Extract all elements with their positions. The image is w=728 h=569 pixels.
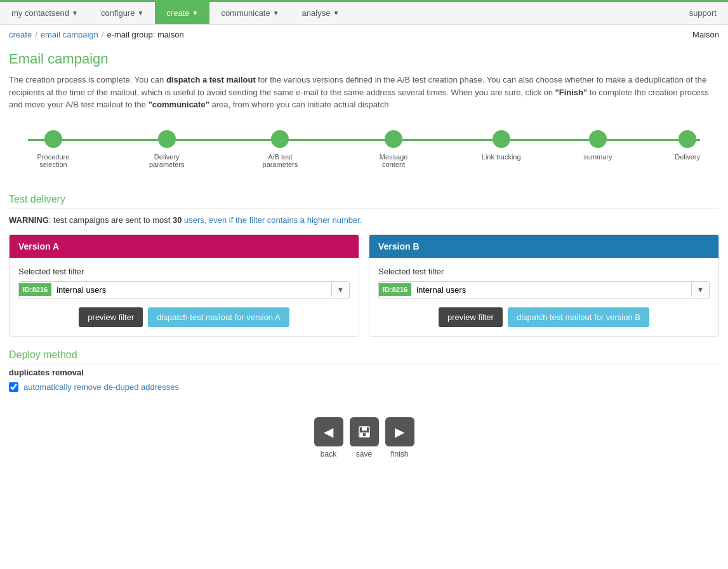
step-dot <box>678 130 696 148</box>
step-label: Delivery parameters <box>142 153 192 168</box>
breadcrumb-user: Maison <box>692 30 719 39</box>
save-button[interactable] <box>350 417 379 446</box>
step-dot <box>271 130 289 148</box>
finish-btn-group[interactable]: ▶ finish <box>385 417 414 459</box>
save-btn-group[interactable]: save <box>350 417 379 459</box>
version-b-dropdown-arrow[interactable]: ▼ <box>691 283 709 297</box>
version-b-filter-select-wrap[interactable]: ID:8216 internal users ▼ <box>378 281 710 298</box>
step-message: Message content <box>368 130 419 168</box>
version-b-header: Version B <box>369 235 718 258</box>
back-button[interactable]: ◀ <box>314 417 343 446</box>
breadcrumb-email-campaign[interactable]: email campaign <box>41 30 98 39</box>
step-delivery-params: Delivery parameters <box>142 130 192 168</box>
warning-text: WARNING: test campaigns are sent to most… <box>9 215 719 225</box>
version-a-filter-label: Selected test filter <box>18 267 350 276</box>
bottom-toolbar: ◀ back save ▶ finish <box>9 417 719 471</box>
version-b-dispatch-button[interactable]: dispatch test mailout for version B <box>508 307 649 327</box>
chevron-down-icon: ▼ <box>273 10 279 17</box>
svg-rect-1 <box>362 427 367 431</box>
step-label: A/B test parameters <box>255 153 305 168</box>
deploy-method-title: Deploy method <box>9 349 719 365</box>
step-label: Link tracking <box>482 153 521 161</box>
nav-item-configure[interactable]: configure ▼ <box>89 2 155 24</box>
step-label: Message content <box>368 153 419 168</box>
step-procedure: Procedure selection <box>28 130 79 168</box>
version-a-actions: preview filter dispatch test mailout for… <box>18 307 350 327</box>
breadcrumb-create[interactable]: create <box>9 30 32 39</box>
step-summary: summary <box>583 130 612 168</box>
duplicates-label: duplicates removal <box>9 368 719 377</box>
step-label: Delivery <box>675 153 700 161</box>
save-label: save <box>356 450 372 459</box>
versions-row: Version A Selected test filter ID:8216 i… <box>9 234 719 337</box>
nav-item-analyse[interactable]: analyse ▼ <box>291 2 351 24</box>
dedup-checkbox[interactable] <box>9 382 18 392</box>
step-ab-params: A/B test parameters <box>255 130 305 168</box>
deploy-section: Deploy method duplicates removal automat… <box>9 349 719 392</box>
version-a-dropdown-arrow[interactable]: ▼ <box>331 283 349 297</box>
breadcrumb: create / email campaign / e-mail group: … <box>0 25 728 44</box>
step-dot <box>589 130 607 148</box>
finish-button[interactable]: ▶ <box>385 417 414 446</box>
nav-item-mycontactsend[interactable]: my contactsend ▼ <box>0 2 89 24</box>
stepper-steps: Procedure selection Delivery parameters … <box>28 130 700 168</box>
nav-item-communicate[interactable]: communicate ▼ <box>209 2 290 24</box>
step-dot <box>158 130 176 148</box>
finish-label: finish <box>390 450 408 459</box>
version-a-filter-id-badge: ID:8216 <box>19 283 51 296</box>
checkbox-row[interactable]: automatically remove de-duped addresses <box>9 382 719 392</box>
dedup-label: automatically remove de-duped addresses <box>23 382 179 392</box>
version-b-filter-select[interactable]: internal users <box>411 282 691 298</box>
page-title: Email campaign <box>9 51 719 67</box>
chevron-down-icon: ▼ <box>192 10 198 17</box>
version-a-box: Version A Selected test filter ID:8216 i… <box>9 234 359 337</box>
step-dot <box>493 130 510 148</box>
version-b-body: Selected test filter ID:8216 internal us… <box>369 258 718 336</box>
back-label: back <box>321 450 336 459</box>
step-link-tracking: Link tracking <box>482 130 521 168</box>
main-content: Email campaign The creation process is c… <box>0 44 728 484</box>
version-a-header: Version A <box>10 235 359 258</box>
step-dot <box>44 130 62 148</box>
version-b-preview-button[interactable]: preview filter <box>439 307 503 327</box>
version-a-filter-select-wrap[interactable]: ID:8216 internal users ▼ <box>18 281 350 298</box>
svg-rect-3 <box>363 433 366 436</box>
version-a-dispatch-button[interactable]: dispatch test mailout for version A <box>148 307 289 327</box>
breadcrumb-sep-2: / <box>102 30 104 39</box>
version-a-preview-button[interactable]: preview filter <box>79 307 143 327</box>
step-label: summary <box>583 153 612 161</box>
version-b-filter-id-badge: ID:8216 <box>379 283 411 296</box>
step-delivery: Delivery <box>675 130 700 168</box>
test-delivery-title: Test delivery <box>9 194 719 209</box>
nav-item-support[interactable]: support <box>678 2 728 24</box>
chevron-down-icon: ▼ <box>72 10 78 17</box>
version-a-filter-select[interactable]: internal users <box>51 282 331 298</box>
nav-item-create[interactable]: create ▼ <box>155 2 209 24</box>
breadcrumb-current: e-mail group: maison <box>107 30 183 39</box>
chevron-down-icon: ▼ <box>333 10 339 17</box>
page-description: The creation process is complete. You ca… <box>9 74 719 111</box>
step-dot <box>385 130 402 148</box>
version-b-actions: preview filter dispatch test mailout for… <box>378 307 710 327</box>
main-nav: my contactsend ▼ configure ▼ create ▼ co… <box>0 0 728 25</box>
version-a-body: Selected test filter ID:8216 internal us… <box>10 258 359 336</box>
breadcrumb-sep-1: / <box>35 30 37 39</box>
version-b-filter-label: Selected test filter <box>378 267 710 276</box>
back-btn-group[interactable]: ◀ back <box>314 417 343 459</box>
chevron-down-icon: ▼ <box>137 10 143 17</box>
stepper: Procedure selection Delivery parameters … <box>9 124 719 181</box>
version-b-box: Version B Selected test filter ID:8216 i… <box>369 234 719 337</box>
step-label: Procedure selection <box>28 153 79 168</box>
